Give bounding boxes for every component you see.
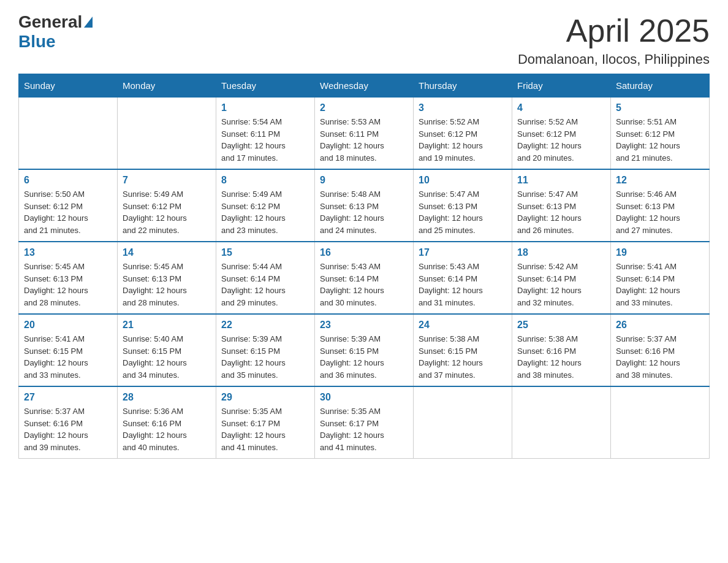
- day-info: Sunrise: 5:37 AM Sunset: 6:16 PM Dayligh…: [24, 405, 112, 453]
- calendar-table: SundayMondayTuesdayWednesdayThursdayFrid…: [18, 74, 710, 459]
- calendar-cell: 27Sunrise: 5:37 AM Sunset: 6:16 PM Dayli…: [19, 386, 118, 459]
- calendar-cell: 26Sunrise: 5:37 AM Sunset: 6:16 PM Dayli…: [611, 314, 710, 386]
- day-info: Sunrise: 5:43 AM Sunset: 6:14 PM Dayligh…: [320, 261, 408, 308]
- day-number: 23: [320, 320, 408, 331]
- calendar-cell: 11Sunrise: 5:47 AM Sunset: 6:13 PM Dayli…: [512, 169, 611, 242]
- day-number: 8: [221, 175, 309, 186]
- day-info: Sunrise: 5:40 AM Sunset: 6:15 PM Dayligh…: [123, 333, 211, 381]
- calendar-header: SundayMondayTuesdayWednesdayThursdayFrid…: [19, 74, 710, 98]
- calendar-cell: [118, 98, 216, 170]
- day-info: Sunrise: 5:54 AM Sunset: 6:11 PM Dayligh…: [221, 116, 309, 164]
- day-number: 17: [419, 247, 507, 258]
- calendar-cell: 28Sunrise: 5:36 AM Sunset: 6:16 PM Dayli…: [118, 386, 216, 459]
- day-number: 9: [320, 175, 408, 186]
- day-info: Sunrise: 5:49 AM Sunset: 6:12 PM Dayligh…: [123, 188, 211, 236]
- weekday-header-row: SundayMondayTuesdayWednesdayThursdayFrid…: [19, 74, 710, 98]
- calendar-cell: 16Sunrise: 5:43 AM Sunset: 6:14 PM Dayli…: [315, 242, 414, 314]
- calendar-week-row: 1Sunrise: 5:54 AM Sunset: 6:11 PM Daylig…: [19, 98, 710, 170]
- day-info: Sunrise: 5:41 AM Sunset: 6:14 PM Dayligh…: [616, 261, 704, 308]
- day-number: 1: [221, 102, 309, 113]
- day-info: Sunrise: 5:38 AM Sunset: 6:15 PM Dayligh…: [419, 333, 507, 381]
- weekday-header-friday: Friday: [512, 74, 611, 98]
- day-info: Sunrise: 5:51 AM Sunset: 6:12 PM Dayligh…: [616, 116, 704, 164]
- calendar-cell: 21Sunrise: 5:40 AM Sunset: 6:15 PM Dayli…: [118, 314, 216, 386]
- day-info: Sunrise: 5:45 AM Sunset: 6:13 PM Dayligh…: [123, 261, 211, 308]
- weekday-header-wednesday: Wednesday: [315, 74, 414, 98]
- month-title: April 2025: [518, 12, 710, 49]
- day-number: 13: [24, 247, 112, 258]
- day-number: 15: [221, 247, 309, 258]
- day-info: Sunrise: 5:35 AM Sunset: 6:17 PM Dayligh…: [320, 405, 408, 453]
- weekday-header-thursday: Thursday: [414, 74, 512, 98]
- day-number: 14: [123, 247, 211, 258]
- calendar-cell: 5Sunrise: 5:51 AM Sunset: 6:12 PM Daylig…: [611, 98, 710, 170]
- logo-general-text: General: [18, 12, 82, 32]
- calendar-cell: 6Sunrise: 5:50 AM Sunset: 6:12 PM Daylig…: [19, 169, 118, 242]
- day-info: Sunrise: 5:43 AM Sunset: 6:14 PM Dayligh…: [419, 261, 507, 308]
- weekday-header-saturday: Saturday: [611, 74, 710, 98]
- day-info: Sunrise: 5:47 AM Sunset: 6:13 PM Dayligh…: [419, 188, 507, 236]
- calendar-week-row: 20Sunrise: 5:41 AM Sunset: 6:15 PM Dayli…: [19, 314, 710, 386]
- day-number: 30: [320, 392, 408, 403]
- calendar-cell: 22Sunrise: 5:39 AM Sunset: 6:15 PM Dayli…: [216, 314, 315, 386]
- day-info: Sunrise: 5:39 AM Sunset: 6:15 PM Dayligh…: [320, 333, 408, 381]
- day-number: 10: [419, 175, 507, 186]
- day-info: Sunrise: 5:41 AM Sunset: 6:15 PM Dayligh…: [24, 333, 112, 381]
- day-info: Sunrise: 5:52 AM Sunset: 6:12 PM Dayligh…: [419, 116, 507, 164]
- calendar-cell: 12Sunrise: 5:46 AM Sunset: 6:13 PM Dayli…: [611, 169, 710, 242]
- day-number: 21: [123, 320, 211, 331]
- calendar-cell: 3Sunrise: 5:52 AM Sunset: 6:12 PM Daylig…: [414, 98, 512, 170]
- calendar-cell: 14Sunrise: 5:45 AM Sunset: 6:13 PM Dayli…: [118, 242, 216, 314]
- calendar-cell: [414, 386, 512, 459]
- calendar-cell: 29Sunrise: 5:35 AM Sunset: 6:17 PM Dayli…: [216, 386, 315, 459]
- day-number: 22: [221, 320, 309, 331]
- calendar-week-row: 27Sunrise: 5:37 AM Sunset: 6:16 PM Dayli…: [19, 386, 710, 459]
- calendar-cell: 18Sunrise: 5:42 AM Sunset: 6:14 PM Dayli…: [512, 242, 611, 314]
- calendar-week-row: 13Sunrise: 5:45 AM Sunset: 6:13 PM Dayli…: [19, 242, 710, 314]
- day-number: 4: [517, 102, 605, 113]
- day-number: 25: [517, 320, 605, 331]
- logo: General Blue: [18, 12, 94, 52]
- day-info: Sunrise: 5:45 AM Sunset: 6:13 PM Dayligh…: [24, 261, 112, 308]
- logo-triangle-icon: [84, 17, 93, 28]
- calendar-cell: 4Sunrise: 5:52 AM Sunset: 6:12 PM Daylig…: [512, 98, 611, 170]
- day-number: 27: [24, 392, 112, 403]
- day-number: 3: [419, 102, 507, 113]
- calendar-cell: [512, 386, 611, 459]
- day-number: 20: [24, 320, 112, 331]
- calendar-cell: 25Sunrise: 5:38 AM Sunset: 6:16 PM Dayli…: [512, 314, 611, 386]
- day-number: 19: [616, 247, 704, 258]
- day-number: 29: [221, 392, 309, 403]
- page-header: General Blue April 2025 Domalanoan, Iloc…: [18, 12, 710, 67]
- day-number: 26: [616, 320, 704, 331]
- calendar-cell: 23Sunrise: 5:39 AM Sunset: 6:15 PM Dayli…: [315, 314, 414, 386]
- calendar-cell: 13Sunrise: 5:45 AM Sunset: 6:13 PM Dayli…: [19, 242, 118, 314]
- day-info: Sunrise: 5:37 AM Sunset: 6:16 PM Dayligh…: [616, 333, 704, 381]
- calendar-cell: 10Sunrise: 5:47 AM Sunset: 6:13 PM Dayli…: [414, 169, 512, 242]
- calendar-cell: 30Sunrise: 5:35 AM Sunset: 6:17 PM Dayli…: [315, 386, 414, 459]
- calendar-body: 1Sunrise: 5:54 AM Sunset: 6:11 PM Daylig…: [19, 98, 710, 459]
- calendar-cell: 8Sunrise: 5:49 AM Sunset: 6:12 PM Daylig…: [216, 169, 315, 242]
- calendar-cell: 19Sunrise: 5:41 AM Sunset: 6:14 PM Dayli…: [611, 242, 710, 314]
- day-number: 2: [320, 102, 408, 113]
- day-info: Sunrise: 5:53 AM Sunset: 6:11 PM Dayligh…: [320, 116, 408, 164]
- calendar-cell: [611, 386, 710, 459]
- day-info: Sunrise: 5:49 AM Sunset: 6:12 PM Dayligh…: [221, 188, 309, 236]
- weekday-header-monday: Monday: [118, 74, 216, 98]
- day-info: Sunrise: 5:35 AM Sunset: 6:17 PM Dayligh…: [221, 405, 309, 453]
- calendar-cell: 1Sunrise: 5:54 AM Sunset: 6:11 PM Daylig…: [216, 98, 315, 170]
- calendar-cell: [19, 98, 118, 170]
- weekday-header-sunday: Sunday: [19, 74, 118, 98]
- calendar-cell: 17Sunrise: 5:43 AM Sunset: 6:14 PM Dayli…: [414, 242, 512, 314]
- day-number: 5: [616, 102, 704, 113]
- day-number: 11: [517, 175, 605, 186]
- day-info: Sunrise: 5:36 AM Sunset: 6:16 PM Dayligh…: [123, 405, 211, 453]
- calendar-cell: 24Sunrise: 5:38 AM Sunset: 6:15 PM Dayli…: [414, 314, 512, 386]
- day-info: Sunrise: 5:46 AM Sunset: 6:13 PM Dayligh…: [616, 188, 704, 236]
- day-info: Sunrise: 5:48 AM Sunset: 6:13 PM Dayligh…: [320, 188, 408, 236]
- day-info: Sunrise: 5:42 AM Sunset: 6:14 PM Dayligh…: [517, 261, 605, 308]
- calendar-cell: 20Sunrise: 5:41 AM Sunset: 6:15 PM Dayli…: [19, 314, 118, 386]
- day-number: 28: [123, 392, 211, 403]
- calendar-cell: 9Sunrise: 5:48 AM Sunset: 6:13 PM Daylig…: [315, 169, 414, 242]
- day-info: Sunrise: 5:38 AM Sunset: 6:16 PM Dayligh…: [517, 333, 605, 381]
